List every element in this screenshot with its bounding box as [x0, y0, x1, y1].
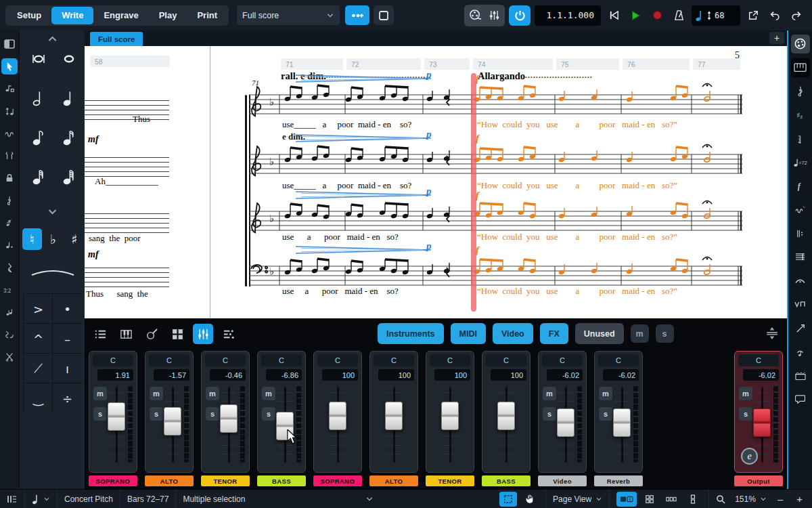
duration-sixtyfourth[interactable] — [55, 163, 83, 190]
articulation-accent[interactable]: > — [23, 293, 53, 324]
solo-button[interactable]: s — [262, 407, 275, 421]
channel-strip-alto[interactable]: C-1.57ms — [145, 351, 194, 473]
concert-pitch-indicator[interactable]: Concert Pitch — [58, 490, 120, 508]
duration-half[interactable] — [25, 85, 52, 112]
fader-handle[interactable] — [164, 407, 181, 436]
channel-label[interactable]: ALTO — [369, 475, 418, 486]
score-page[interactable]: 58 Thus Ah____________ sang the poor Thu… — [85, 46, 787, 318]
lyric-line-selected[interactable]: “How could you use a poor maid - en so?” — [477, 286, 677, 297]
channel-strip-output[interactable]: C-6.02mse — [734, 351, 783, 473]
channel-label[interactable]: ALTO — [145, 475, 194, 486]
pan-control[interactable]: C — [738, 354, 779, 366]
articulation-stress[interactable]: ÷ — [52, 383, 82, 413]
bar-region-73[interactable]: 73 — [424, 58, 470, 70]
channel-strip-tenor[interactable]: C100 — [426, 351, 474, 473]
video-panel-button[interactable] — [791, 366, 810, 385]
pan-control[interactable]: C — [93, 354, 133, 366]
dynamic-mf[interactable]: mf — [88, 249, 99, 260]
level-value[interactable]: 100 — [378, 369, 414, 381]
record-button[interactable] — [648, 7, 666, 24]
bar-region-71[interactable]: 71 — [281, 58, 343, 70]
mute-button[interactable]: m — [599, 387, 612, 400]
duration-thirtysecond[interactable] — [25, 163, 52, 190]
zoom-level[interactable]: 151% — [735, 494, 756, 504]
redo-button[interactable] — [788, 7, 805, 24]
mode-tab-play[interactable]: Play — [149, 7, 187, 24]
diminuendo-hairpin[interactable] — [294, 134, 436, 142]
single-panel-button[interactable] — [374, 5, 394, 25]
level-value[interactable]: 100 — [491, 369, 526, 381]
pages-column-button[interactable] — [684, 492, 702, 507]
bar-region-77[interactable]: 77 — [693, 58, 740, 70]
clefs-panel-button[interactable] — [791, 82, 810, 101]
pan-control[interactable]: C — [317, 354, 358, 366]
global-solo-button[interactable]: s — [656, 324, 674, 343]
tuplet-tool[interactable]: 3:2 — [1, 282, 18, 298]
pan-control[interactable]: C — [149, 354, 189, 366]
dynamic-mf[interactable]: mf — [88, 134, 99, 145]
diminuendo-hairpin[interactable] — [294, 246, 436, 254]
channel-strip-bass[interactable]: C100 — [482, 351, 531, 473]
duration-quarter[interactable] — [55, 85, 83, 112]
fader-handle[interactable] — [108, 402, 125, 431]
mode-tab-write[interactable]: Write — [51, 7, 93, 24]
pan-control[interactable]: C — [205, 354, 246, 366]
mute-button[interactable]: m — [150, 387, 163, 400]
channel-strip-tenor[interactable]: C-0.46ms — [201, 351, 250, 473]
solo-button[interactable]: s — [93, 407, 107, 421]
bar-region-72[interactable]: 72 — [346, 58, 421, 70]
solo-button[interactable]: s — [599, 407, 612, 421]
fader-handle[interactable] — [557, 408, 574, 437]
key-signatures-panel-button[interactable]: ♯♯ — [791, 106, 810, 125]
panel-collapse-icon[interactable] — [365, 495, 374, 503]
clef-tool-tool[interactable] — [1, 192, 18, 209]
bar-region-75[interactable]: 75 — [556, 58, 619, 70]
level-value[interactable]: -6.02 — [743, 369, 779, 381]
channel-strip-video[interactable]: C-6.02ms — [538, 351, 587, 473]
dynamic-p[interactable]: p — [426, 69, 432, 81]
pages-row-button[interactable] — [662, 492, 680, 507]
articulation-soft-accent[interactable]: ⟋ — [23, 353, 53, 383]
lyric-line[interactable]: use a poor maid - en so? — [282, 286, 399, 297]
mode-tab-setup[interactable]: Setup — [7, 7, 51, 24]
channel-label[interactable]: BASS — [482, 475, 531, 486]
rewind-button[interactable] — [605, 7, 623, 24]
articulation-staccatissimo[interactable]: ı — [52, 353, 82, 383]
dynamics-panel-button[interactable]: f — [791, 177, 810, 196]
magnifier-icon[interactable] — [716, 494, 725, 504]
tempo-text-allargando[interactable]: Allargando......................... — [478, 70, 593, 82]
level-value[interactable]: 1.91 — [97, 369, 133, 381]
channel-label[interactable]: Reverb — [594, 475, 643, 486]
panel-toggle-tool[interactable] — [1, 36, 18, 52]
tab-full-score[interactable]: Full score — [90, 32, 143, 46]
insert-notes-tool[interactable] — [1, 81, 18, 97]
accidental-sharp[interactable]: ♯ — [64, 228, 84, 250]
lyric-line[interactable]: use_____ a poor maid - en so? — [282, 180, 411, 191]
pedal-tool-tool[interactable] — [1, 326, 18, 343]
mixer-button[interactable] — [485, 7, 503, 24]
solo-button[interactable]: s — [206, 407, 219, 421]
cues-panel-button[interactable] — [791, 343, 810, 362]
channel-strip-reverb[interactable]: C-6.02ms — [594, 351, 643, 473]
export-button[interactable] — [744, 7, 762, 24]
channel-strip-soprano[interactable]: C1.91ms — [89, 351, 137, 473]
ornaments-panel-button[interactable] — [791, 200, 810, 219]
trill-tool-tool[interactable] — [1, 125, 18, 142]
channel-strip-alto[interactable]: C100 — [369, 351, 418, 473]
fader-handle[interactable] — [613, 408, 631, 437]
level-value[interactable]: 100 — [434, 369, 470, 381]
scroll-down-icon[interactable] — [20, 208, 85, 216]
level-value[interactable]: -0.46 — [210, 369, 246, 381]
articulation-unstress[interactable]: ‿ — [23, 383, 53, 413]
fader-handle[interactable] — [220, 404, 238, 433]
tempo-display[interactable]: 68 — [692, 5, 740, 26]
mode-tab-print[interactable]: Print — [187, 7, 227, 24]
playhead[interactable] — [471, 73, 476, 312]
mode-tab-engrave[interactable]: Engrave — [93, 7, 148, 24]
accidental-natural[interactable]: ♮ — [22, 228, 42, 250]
channel-strip-bass[interactable]: C-6.86ms — [257, 351, 306, 473]
slur-button[interactable] — [23, 255, 82, 288]
lines-panel-button[interactable] — [791, 319, 810, 338]
pages-grid-button[interactable] — [641, 492, 658, 507]
duration-sixteenth[interactable] — [55, 124, 83, 151]
